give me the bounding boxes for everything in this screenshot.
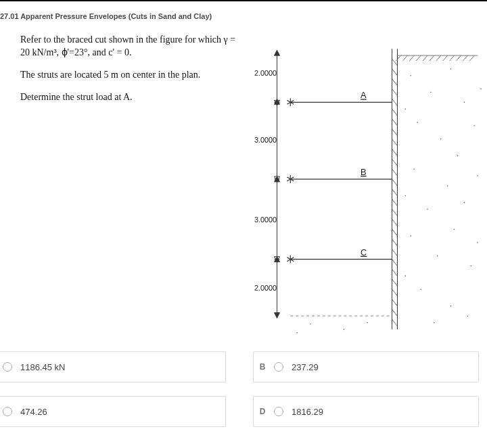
svg-line-27 (392, 179, 398, 186)
svg-line-17 (392, 79, 398, 86)
problem-line-3: Determine the strut load at A. (20, 91, 244, 104)
radio-icon (274, 362, 283, 372)
svg-line-34 (392, 249, 398, 256)
problem-line-1: Refer to the braced cut shown in the fig… (20, 34, 244, 59)
svg-line-38 (392, 289, 398, 296)
answer-option-d[interactable]: D 1816.29 (253, 396, 479, 427)
svg-point-72 (296, 332, 298, 334)
svg-line-2 (402, 55, 407, 61)
figure: A B C 2.0000 (250, 27, 484, 338)
svg-point-54 (464, 202, 465, 203)
svg-point-49 (457, 155, 459, 157)
radio-icon (3, 407, 12, 416)
svg-point-56 (437, 255, 438, 257)
dim-4: 2.0000 (254, 284, 277, 292)
svg-line-32 (392, 229, 398, 236)
svg-line-24 (392, 149, 398, 156)
svg-point-61 (434, 322, 435, 324)
answer-option-a[interactable]: 1186.45 kN (0, 351, 226, 382)
svg-line-6 (430, 55, 434, 61)
svg-line-26 (392, 169, 398, 176)
svg-marker-93 (275, 313, 280, 318)
svg-line-5 (423, 55, 427, 61)
answer-option-b[interactable]: B 237.29 (253, 351, 479, 382)
svg-point-48 (440, 139, 442, 140)
svg-line-40 (392, 309, 398, 316)
dim-2: 3.0000 (254, 136, 277, 144)
answer-tag: D (254, 407, 271, 416)
svg-line-37 (392, 279, 398, 286)
svg-line-1 (396, 55, 401, 61)
svg-line-16 (392, 69, 398, 76)
svg-point-43 (410, 75, 411, 76)
svg-point-57 (454, 228, 455, 230)
svg-line-3 (409, 55, 414, 61)
svg-line-8 (443, 55, 448, 61)
svg-point-50 (473, 125, 475, 126)
svg-line-36 (392, 270, 398, 276)
svg-point-63 (405, 108, 407, 109)
svg-marker-86 (275, 50, 280, 55)
svg-line-30 (392, 209, 398, 216)
svg-point-62 (467, 316, 468, 317)
problem-line-2: The struts are located 5 m on center in … (20, 69, 244, 82)
svg-line-22 (392, 129, 398, 136)
radio-icon (274, 407, 283, 416)
svg-line-9 (450, 55, 455, 61)
radio-icon (3, 362, 12, 372)
svg-point-58 (470, 266, 471, 267)
svg-point-70 (344, 329, 345, 330)
svg-line-39 (392, 299, 398, 306)
svg-point-68 (480, 89, 482, 90)
svg-line-12 (469, 55, 474, 61)
strut-label-b: B (361, 167, 367, 177)
problem-statement: Refer to the braced cut shown in the fig… (20, 34, 244, 104)
svg-line-33 (392, 239, 398, 246)
svg-line-35 (392, 259, 398, 266)
svg-point-60 (450, 305, 452, 307)
svg-line-21 (392, 119, 398, 126)
answer-value: 237.29 (292, 362, 319, 372)
section-title: 27.01 Apparent Pressure Envelopes (Cuts … (0, 8, 487, 27)
svg-line-31 (392, 219, 398, 226)
svg-line-7 (436, 55, 441, 61)
svg-line-18 (392, 89, 398, 96)
svg-point-69 (310, 324, 311, 325)
svg-line-20 (392, 109, 398, 116)
svg-point-64 (477, 175, 478, 176)
svg-point-59 (420, 289, 421, 290)
svg-point-45 (450, 68, 452, 70)
svg-line-41 (392, 320, 398, 326)
strut-label-c: C (361, 247, 367, 257)
answer-value: 474.26 (20, 407, 47, 417)
svg-line-10 (456, 55, 461, 61)
svg-line-29 (392, 199, 398, 206)
svg-point-55 (410, 235, 411, 237)
answers-grid: 1186.45 kN B 237.29 474.26 D 1816.29 (0, 338, 487, 427)
svg-line-23 (392, 139, 398, 146)
strut-label-a: A (361, 90, 367, 100)
answer-value: 1816.29 (292, 407, 323, 417)
svg-point-66 (477, 242, 478, 243)
svg-point-46 (464, 102, 465, 103)
answer-tag: B (254, 362, 271, 372)
dim-1: 2.0000 (254, 69, 277, 77)
svg-line-11 (463, 55, 467, 61)
svg-point-67 (405, 276, 407, 277)
svg-point-71 (367, 322, 368, 324)
svg-line-25 (392, 159, 398, 166)
svg-line-19 (392, 99, 398, 105)
dim-3: 3.0000 (254, 216, 277, 224)
answer-value: 1186.45 kN (20, 362, 66, 372)
svg-point-53 (427, 209, 428, 210)
svg-point-52 (447, 185, 448, 186)
svg-point-65 (405, 195, 407, 197)
answer-option-c[interactable]: 474.26 (0, 396, 226, 427)
svg-line-4 (416, 55, 421, 61)
svg-point-47 (417, 122, 418, 123)
svg-point-44 (430, 92, 432, 93)
svg-point-51 (413, 168, 415, 170)
svg-line-28 (392, 189, 398, 196)
